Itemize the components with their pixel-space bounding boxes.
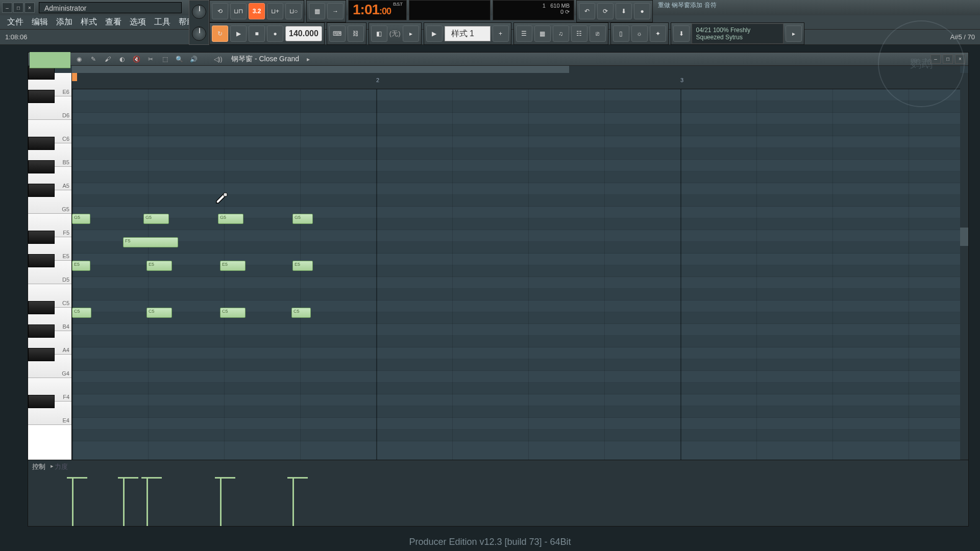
pr-corner-overview[interactable] <box>30 52 70 68</box>
note-E5[interactable]: E5 <box>146 261 172 271</box>
grid-row[interactable] <box>72 347 968 359</box>
grid-row[interactable] <box>72 371 968 383</box>
note-G5[interactable]: G5 <box>143 214 169 224</box>
grid-row[interactable] <box>72 430 968 441</box>
black-key[interactable] <box>28 254 55 267</box>
pr-tool-draw[interactable]: ✎ <box>88 54 99 64</box>
pr-tool-stamp[interactable]: ◉ <box>74 54 84 64</box>
song-position-lcd[interactable]: 1:01:00 B.S.T <box>348 0 407 20</box>
timeline[interactable]: 2 3 <box>72 73 968 89</box>
note-E5[interactable]: E5 <box>72 261 90 271</box>
grid-row[interactable] <box>72 136 968 148</box>
undo-history-btn[interactable]: ↶ <box>579 3 595 19</box>
grid-row[interactable] <box>72 324 968 336</box>
velocity-bar[interactable] <box>292 478 294 526</box>
grid-row[interactable] <box>72 277 968 289</box>
menu-patterns[interactable]: 样式 <box>77 15 101 29</box>
note-G5[interactable]: G5 <box>218 214 243 224</box>
pr-tool-delete[interactable]: ◐ <box>117 54 127 64</box>
black-key[interactable] <box>28 231 55 244</box>
menu-edit[interactable]: 编辑 <box>28 15 52 29</box>
grid-row[interactable] <box>72 265 968 277</box>
vscroll-handle[interactable] <box>960 228 968 246</box>
pr-minimize[interactable]: – <box>930 55 941 64</box>
black-key[interactable] <box>28 137 55 150</box>
pr-tool-mute[interactable]: 🔇 <box>131 54 141 64</box>
blend-btn[interactable]: → <box>327 3 344 19</box>
preset-next-btn[interactable]: ▸ <box>786 26 802 42</box>
save-btn[interactable]: ⬇ <box>616 3 632 19</box>
link-btn[interactable]: ⛓ <box>348 26 364 42</box>
note-E5[interactable]: E5 <box>292 261 313 271</box>
menu-file[interactable]: 文件 <box>3 15 28 29</box>
grid-row[interactable] <box>72 183 968 195</box>
plugin-btn-2[interactable]: ☼ <box>631 26 648 42</box>
note-G5[interactable]: G5 <box>72 214 90 224</box>
master-pitch-knob[interactable] <box>192 27 206 41</box>
preset-prev-btn[interactable]: ⬇ <box>673 26 690 42</box>
preset-display[interactable]: 04/21 100% Freshly Squeezed Sytrus <box>692 23 783 44</box>
black-key[interactable] <box>28 301 55 314</box>
pr-close[interactable]: × <box>955 55 965 64</box>
view-pianoroll-btn[interactable]: ♫ <box>553 26 569 42</box>
playhead-marker[interactable] <box>72 73 77 81</box>
grid-row[interactable] <box>72 394 968 406</box>
black-key[interactable] <box>28 184 55 197</box>
grid-row[interactable] <box>72 148 968 160</box>
pr-channel-next[interactable]: ▸ <box>303 54 313 64</box>
grid-row[interactable] <box>72 418 968 430</box>
record-btn[interactable]: ● <box>267 26 283 42</box>
countdown-btn[interactable]: ⊔○ <box>285 3 302 19</box>
wait-input-btn[interactable]: ⊔+ <box>267 3 283 19</box>
plugin-btn-1[interactable]: ▯ <box>613 26 629 42</box>
note-G5[interactable]: G5 <box>292 214 313 224</box>
arrow-btn[interactable]: ▸ <box>403 26 419 42</box>
grid-row[interactable] <box>72 124 968 136</box>
pr-tool-select[interactable]: ⬚ <box>160 54 170 64</box>
menu-add[interactable]: 添加 <box>52 15 77 29</box>
grid-row[interactable] <box>72 289 968 300</box>
note-C5[interactable]: C5 <box>72 308 91 318</box>
pr-maximize[interactable]: □ <box>943 55 953 64</box>
midi-btn[interactable]: ◧ <box>371 26 387 42</box>
master-volume-knob[interactable] <box>192 5 206 19</box>
grid-row[interactable] <box>72 101 968 113</box>
grid-row[interactable] <box>72 406 968 418</box>
pattern-add-btn[interactable]: + <box>493 26 509 42</box>
grid-row[interactable] <box>72 171 968 183</box>
note-C5[interactable]: C5 <box>291 308 311 318</box>
play-btn[interactable]: ▶ <box>230 26 247 42</box>
pr-tool-paint[interactable]: 🖌 <box>103 54 113 64</box>
velocity-bar[interactable] <box>123 478 125 526</box>
redo-btn[interactable]: ⟳ <box>597 3 614 19</box>
menu-tools[interactable]: 工具 <box>150 15 175 29</box>
velocity-bar[interactable] <box>72 478 74 526</box>
step-edit-btn[interactable]: ▦ <box>309 3 325 19</box>
black-key[interactable] <box>28 395 55 408</box>
grid-row[interactable] <box>72 230 968 242</box>
pr-tool-playback[interactable]: 🔊 <box>188 54 199 64</box>
pattern-play-btn[interactable]: ▶ <box>426 26 443 42</box>
grid-row[interactable] <box>72 113 968 124</box>
pr-tool-zoom[interactable]: 🔍 <box>174 54 184 64</box>
black-key[interactable] <box>28 324 55 338</box>
grid-row[interactable] <box>72 242 968 254</box>
grid-row[interactable] <box>72 300 968 312</box>
grid-row[interactable] <box>72 383 968 394</box>
view-playlist-btn[interactable]: ☰ <box>516 26 532 42</box>
grid-row[interactable] <box>72 336 968 347</box>
render-btn[interactable]: ● <box>634 3 650 19</box>
sys-restore[interactable]: □ <box>13 3 23 13</box>
velocity-pane[interactable]: 控制 ▸ 力度 <box>28 460 968 526</box>
grid-row[interactable] <box>72 312 968 324</box>
metronome-btn[interactable]: 3.2 <box>249 3 265 19</box>
velocity-bar[interactable] <box>220 478 222 526</box>
note-E5[interactable]: E5 <box>220 261 246 271</box>
sys-minimize[interactable]: – <box>2 3 12 13</box>
velocity-bar[interactable] <box>146 478 148 526</box>
loop-btn[interactable]: ↻ <box>212 26 228 42</box>
pr-channel-speaker-icon[interactable]: ◁)) <box>213 54 223 64</box>
black-key[interactable] <box>28 348 55 361</box>
plugin-btn-3[interactable]: ✦ <box>650 26 666 42</box>
black-key[interactable] <box>28 90 55 103</box>
